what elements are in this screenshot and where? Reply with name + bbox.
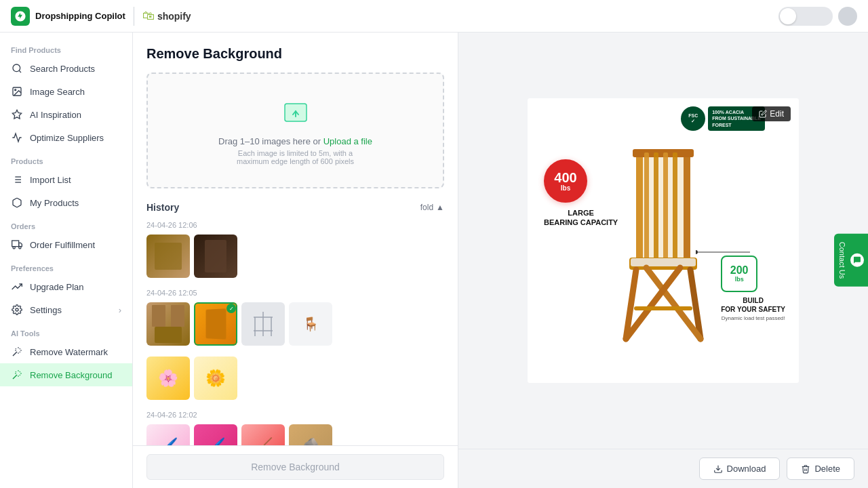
- capacity-badge: 400 lbs LARGE BEARING CAPACITY: [544, 159, 618, 228]
- svg-marker-11: [19, 243, 22, 246]
- sparkle-icon: [11, 108, 23, 121]
- header-divider: [134, 7, 134, 26]
- app-header: Dropshipping Copilot 🛍 shopify: [0, 0, 868, 33]
- download-label: Download: [727, 464, 766, 474]
- edit-button[interactable]: Edit: [752, 106, 791, 121]
- build-line2: FOR YOUR SAFETY: [721, 305, 785, 314]
- preferences-section: Preferences: [0, 256, 132, 275]
- svg-point-0: [13, 64, 20, 72]
- history-image[interactable]: 🖌️: [194, 424, 237, 445]
- sidebar-item-import-list[interactable]: Import List: [0, 168, 132, 191]
- sidebar-item-optimize-suppliers[interactable]: Optimize Suppliers: [0, 126, 132, 149]
- history-group-3: 24-04-26 12:02 🖌️ 🖌️ 🧹 🪨: [146, 411, 444, 445]
- history-image[interactable]: [146, 235, 190, 278]
- sidebar-item-image-search[interactable]: Image Search: [0, 80, 132, 103]
- sidebar-item-upgrade-plan[interactable]: Upgrade Plan: [0, 275, 132, 298]
- import-list-label: Import List: [30, 175, 71, 185]
- chevron-up-icon: ▲: [436, 203, 444, 212]
- order-fulfillment-label: Order Fulfillment: [30, 240, 95, 250]
- history-image[interactable]: 🧹: [241, 424, 285, 445]
- sidebar-item-ai-inspiration[interactable]: AI Inspiration: [0, 103, 132, 126]
- preview-image: FSC✓ 100% ACACIAFROM SUSTAINABLEFOREST E…: [528, 98, 799, 383]
- svg-rect-25: [663, 152, 668, 261]
- settings-chevron: ›: [119, 305, 121, 315]
- svg-rect-26: [673, 152, 677, 261]
- history-image[interactable]: [241, 302, 285, 346]
- truck-icon: [11, 239, 23, 251]
- history-group-1: 24-04-26 12:06: [146, 221, 444, 278]
- history-images-flowers: 🌸 🌼: [146, 357, 444, 400]
- sidebar-item-search-products[interactable]: Search Products: [0, 57, 132, 80]
- find-products-section: Find Products: [0, 38, 132, 57]
- history-title: History: [146, 202, 179, 213]
- upload-area[interactable]: Drag 1–10 images here or Upload a file E…: [146, 73, 444, 188]
- shopify-label: shopify: [157, 11, 191, 22]
- contact-us-button[interactable]: Contact Us: [834, 234, 868, 287]
- download-button[interactable]: Download: [699, 458, 781, 480]
- sidebar-item-remove-watermark[interactable]: Remove Watermark: [0, 340, 132, 363]
- sidebar-item-my-products[interactable]: My Products: [0, 191, 132, 214]
- contact-label: Contact Us: [838, 242, 846, 279]
- history-image[interactable]: 🪑: [289, 302, 332, 346]
- svg-point-13: [19, 247, 21, 249]
- ai-inspiration-label: AI Inspiration: [30, 110, 81, 120]
- app-name: Dropshipping Copilot: [35, 11, 125, 22]
- user-avatar[interactable]: [838, 7, 857, 26]
- shopify-icon: 🛍: [142, 9, 155, 23]
- upgrade-icon: [11, 281, 23, 293]
- settings-label: Settings: [30, 305, 62, 315]
- history-image[interactable]: [146, 302, 190, 346]
- history-image[interactable]: [194, 235, 237, 278]
- left-panel-footer: Remove Background: [133, 445, 458, 488]
- history-images-2: ✓: [146, 302, 444, 346]
- app-logo-icon: [11, 7, 30, 26]
- history-image[interactable]: 🪨: [289, 424, 332, 445]
- remove-background-button[interactable]: Remove Background: [146, 454, 444, 480]
- upload-file-link[interactable]: Upload a file: [323, 136, 372, 146]
- toggle-knob: [780, 8, 796, 24]
- contact-icon: [850, 253, 864, 267]
- svg-point-35: [696, 250, 698, 254]
- sidebar-item-remove-background[interactable]: Remove Background: [0, 363, 132, 386]
- svg-rect-10: [12, 241, 19, 247]
- build-line1: BUILD: [721, 296, 785, 305]
- remove-background-label: Remove Background: [30, 370, 112, 380]
- history-image[interactable]: 🖌️: [146, 424, 190, 445]
- search-icon: [11, 62, 23, 75]
- left-panel: Remove Background Drag 1–10 images here …: [133, 33, 458, 488]
- history-image[interactable]: 🌼: [194, 357, 237, 400]
- header-right: [778, 7, 857, 26]
- upload-hint: Each image is limited to 5m, with a maxi…: [159, 149, 432, 165]
- history-image[interactable]: 🌸: [146, 357, 190, 400]
- history-header: History fold ▲: [146, 202, 444, 213]
- image-search-label: Image Search: [30, 87, 85, 97]
- sidebar-item-settings[interactable]: Settings ›: [0, 298, 132, 321]
- timestamp-3: 24-04-26 12:02: [146, 411, 444, 419]
- ai-tools-section: AI Tools: [0, 321, 132, 340]
- svg-marker-3: [12, 110, 21, 119]
- preview-image-container: FSC✓ 100% ACACIAFROM SUSTAINABLEFOREST E…: [528, 98, 799, 383]
- bottom-action-bar: Download Delete: [458, 449, 868, 488]
- history-group-flowers: 🌸 🌼: [146, 357, 444, 400]
- main-layout: Find Products Search Products Image Sear…: [0, 33, 868, 488]
- right-panel: FSC✓ 100% ACACIAFROM SUSTAINABLEFOREST E…: [458, 33, 868, 488]
- box-icon: [11, 197, 23, 209]
- svg-rect-24: [654, 152, 658, 261]
- history-image-selected[interactable]: ✓: [194, 302, 237, 346]
- theme-toggle[interactable]: [778, 7, 833, 26]
- wand-icon: [11, 346, 23, 358]
- search-products-label: Search Products: [30, 64, 95, 74]
- delete-button[interactable]: Delete: [787, 458, 854, 480]
- upload-text: Drag 1–10 images here or Upload a file: [159, 136, 432, 146]
- logo: Dropshipping Copilot: [11, 7, 125, 26]
- download-icon: [713, 464, 723, 474]
- fold-button[interactable]: fold ▲: [420, 203, 444, 212]
- svg-point-2: [15, 89, 16, 91]
- svg-rect-20: [636, 152, 643, 268]
- edit-label: Edit: [770, 109, 784, 119]
- my-products-label: My Products: [30, 198, 79, 208]
- sidebar-item-order-fulfillment[interactable]: Order Fulfillment: [0, 233, 132, 256]
- svg-point-12: [13, 247, 15, 249]
- timestamp-1: 24-04-26 12:06: [146, 221, 444, 229]
- preview-area: FSC✓ 100% ACACIAFROM SUSTAINABLEFOREST E…: [458, 33, 868, 449]
